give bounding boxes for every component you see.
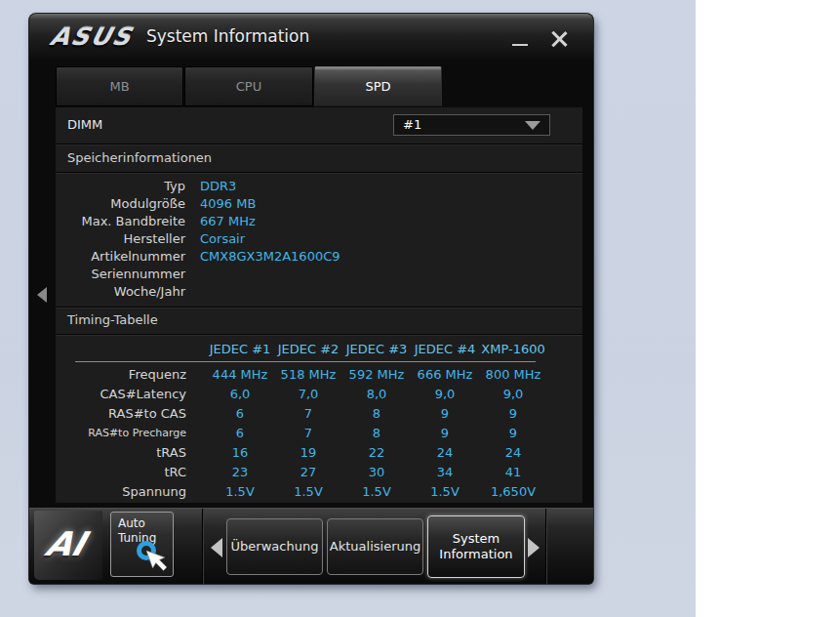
row-label: RAS#to CAS [73,404,206,424]
timing-table-section-header: Timing-Tabelle [56,307,582,334]
tab-mb[interactable]: MB [56,66,183,106]
auto-tuning-button[interactable]: Auto Tuning [110,512,174,577]
cell: 23 [206,463,274,482]
info-value: DDR3 [200,178,236,195]
row-label: Frequenz [73,365,206,385]
info-label: Artikelnummer [56,248,185,266]
cell: 1.5V [342,482,411,502]
info-label: Seriennummer [56,266,185,283]
cell: 9 [479,404,547,424]
divider [56,334,582,335]
info-row: Modulgröße 4096 MB [56,195,582,213]
table-row: tRAS 16 19 22 24 24 [73,443,571,463]
info-label: Hersteller [56,230,185,248]
column-header: XMP-1600 [479,340,547,358]
cell: 27 [274,463,342,482]
tab-cpu[interactable]: CPU [184,66,313,106]
close-button[interactable] [547,27,571,51]
info-row: Hersteller Corsair [56,230,582,248]
info-value: CMX8GX3M2A1600C9 [200,248,340,266]
dock-separator [202,509,203,584]
cell: 1.5V [411,482,479,502]
dimm-row: DIMM #1 [56,107,582,144]
memory-info-list: Typ DDR3 Modulgröße 4096 MB Max. Bandbre… [56,178,582,301]
dock-scroll-right-arrow[interactable] [528,538,540,557]
cell: 592 MHz [342,365,411,385]
cell: 41 [479,463,547,482]
cell: 6 [206,424,274,443]
asus-logo: ASUS [47,22,136,51]
info-label: Woche/Jahr [56,283,185,301]
info-row: Seriennummer [56,266,582,283]
memory-info-section-title: Speicherinformationen [67,150,212,165]
info-value: 4096 MB [200,195,256,213]
titlebar[interactable]: ASUS System Information [29,14,593,61]
dock-scroll-left-arrow[interactable] [211,538,222,557]
timing-header-spacer [73,340,206,358]
info-row: Max. Bandbreite 667 MHz [56,213,582,230]
dimm-selected-value: #1 [403,117,421,132]
memory-info-section-header: Speicherinformationen [56,144,582,172]
row-label: CAS#Latency [73,385,206,404]
row-label: Spannung [73,482,206,502]
tab-mb-label: MB [109,79,129,94]
table-row: CAS#Latency 6,0 7,0 8,0 9,0 9,0 [73,385,571,404]
collapse-left-chevron-icon[interactable] [37,287,47,303]
cell: 1,650V [479,482,547,502]
minimize-icon [512,44,528,46]
cell: 24 [411,443,479,463]
column-header: JEDEC #2 [274,340,342,358]
cell: 34 [411,463,479,482]
column-header: JEDEC #1 [206,340,274,358]
app-dock: AI Auto Tuning Überwachung Aktualisierun… [29,508,593,584]
dock-button-label: Aktualisierung [330,539,420,555]
cell: 7,0 [274,385,342,404]
table-row: RAS#to Precharge 6 7 8 9 9 [73,424,571,443]
cell: 800 MHz [479,365,547,385]
minimize-button[interactable] [509,33,531,51]
cell: 1.5V [274,482,342,502]
dock-separator [545,509,546,584]
tab-spd-label: SPD [365,79,390,94]
dock-button-aktualisierung[interactable]: Aktualisierung [327,518,423,575]
cell: 666 MHz [411,365,479,385]
table-row: tRC 23 27 30 34 41 [73,463,571,482]
info-row: Woche/Jahr [56,283,582,301]
cell: 9 [479,424,547,443]
ai-logo: AI [41,524,90,563]
cell: 8 [342,424,411,443]
timing-table: JEDEC #1 JEDEC #2 JEDEC #3 JEDEC #4 XMP-… [73,340,571,502]
cell: 8,0 [342,385,411,404]
dock-button-ueberwachung[interactable]: Überwachung [226,518,323,575]
cell: 6,0 [206,385,274,404]
timing-table-header-rule [75,361,536,362]
cell: 1.5V [206,482,274,502]
dock-button-label: System Information [428,531,524,562]
ai-suite-logo-button[interactable]: AI [34,511,102,580]
table-row: Frequenz 444 MHz 518 MHz 592 MHz 666 MHz… [73,365,571,385]
window-title: System Information [146,26,309,46]
info-value: Corsair [200,230,245,248]
column-header: JEDEC #4 [411,340,479,358]
click-hand-icon [133,540,172,575]
cell: 7 [274,424,342,443]
cell: 6 [206,404,274,424]
cell: 9 [411,424,479,443]
cell: 7 [274,404,342,424]
chevron-down-icon [525,121,540,130]
dimm-select-dropdown[interactable]: #1 [393,114,550,136]
dock-button-label: Überwachung [231,539,319,555]
cell: 9,0 [411,385,479,404]
row-label: RAS#to Precharge [73,424,206,443]
dock-button-system-information[interactable]: System Information [427,515,525,578]
info-label: Modulgröße [56,195,185,213]
cell: 444 MHz [206,365,274,385]
row-label: tRAS [73,443,206,463]
info-label: Typ [56,178,185,195]
divider [56,172,582,173]
tab-spd[interactable]: SPD [314,66,442,106]
cell: 8 [342,404,411,424]
cell: 9,0 [479,385,547,404]
table-row: RAS#to CAS 6 7 8 9 9 [73,404,571,424]
tab-cpu-label: CPU [236,79,261,94]
